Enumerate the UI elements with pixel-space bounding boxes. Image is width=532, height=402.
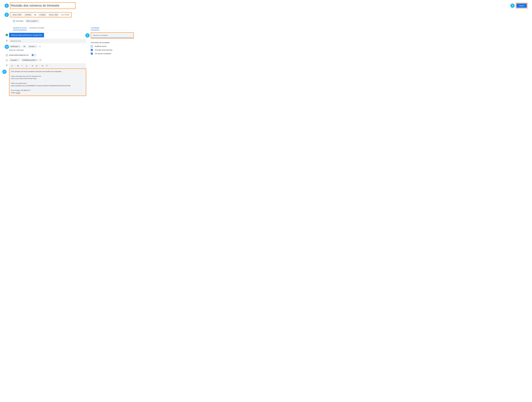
calendar-icon — [6, 54, 8, 56]
callout-badge-5: 5 — [85, 33, 90, 38]
visibility-dropdown[interactable]: Visibilidade padrão — [21, 58, 38, 62]
tab-find-time[interactable]: Encontrar um horário — [29, 27, 44, 30]
bold-button[interactable]: B — [16, 64, 20, 68]
event-title-input[interactable] — [11, 3, 75, 8]
attachment-button[interactable] — [10, 64, 14, 68]
chevron-down-icon — [37, 21, 38, 21]
end-time-picker[interactable]: 11:00am — [38, 13, 47, 17]
start-time-picker[interactable]: 10:00am — [24, 13, 32, 17]
numbered-list-icon: 123 — [31, 65, 33, 67]
to-label: até — [33, 13, 37, 17]
numbered-list-button[interactable]: 123 — [30, 64, 34, 68]
guest-permissions-heading: Permissões de convidados — [91, 42, 134, 44]
clear-format-button[interactable] — [45, 64, 49, 68]
save-button[interactable]: Salvar — [516, 4, 527, 8]
description-lines-icon — [6, 64, 8, 66]
allday-checkbox[interactable] — [13, 20, 15, 22]
callout-badge-6: 6 — [510, 4, 515, 8]
notification-value-input[interactable]: 30 — [22, 45, 27, 48]
underline-button[interactable]: U — [25, 64, 28, 68]
help-icon[interactable]: ? — [39, 59, 41, 61]
tab-guests[interactable]: Convidados — [91, 27, 99, 30]
italic-button[interactable]: I — [20, 64, 24, 68]
callout-badge-2: 2 — [5, 13, 9, 17]
allday-label: Dia inteiro — [16, 20, 23, 22]
perm-invite-label: Convidar outras pessoas — [95, 49, 112, 51]
callout-badge-1: 1 — [5, 4, 9, 8]
svg-rect-1 — [6, 55, 8, 56]
perm-invite-checkbox[interactable] — [91, 49, 93, 51]
perm-modify-label: Modificar evento — [95, 45, 107, 47]
tab-event-details[interactable]: Detalhes do evento — [13, 27, 27, 30]
calendar-owner-label: gcfaprendelivre@gmail.com — [9, 54, 29, 56]
svg-text:3: 3 — [32, 66, 32, 67]
perm-modify-checkbox[interactable] — [91, 45, 93, 47]
add-notification-button[interactable]: Adicionar notificação — [9, 48, 86, 52]
recurrence-dropdown[interactable]: Não se repete — [25, 19, 39, 23]
clear-formatting-icon — [46, 65, 48, 67]
description-toolbar: B I U 123 — [9, 63, 86, 68]
availability-dropdown[interactable]: Ocupado — [9, 58, 20, 62]
video-meet-icon — [6, 34, 8, 36]
link-icon — [41, 65, 44, 67]
callout-badge-3: 3 — [5, 45, 9, 49]
perm-see-list-checkbox[interactable] — [91, 52, 93, 55]
add-guests-input[interactable] — [91, 33, 133, 38]
perm-see-list-label: Ver lista de convidados — [95, 53, 111, 54]
timezone-button[interactable]: Fuso horário — [60, 13, 70, 17]
add-video-conference-button[interactable]: Adicionar videoconferência do Google Mee… — [9, 33, 44, 37]
color-swatch-icon — [32, 54, 34, 56]
location-input[interactable] — [9, 39, 86, 43]
svg-rect-2 — [6, 60, 8, 61]
location-pin-icon — [6, 40, 8, 42]
bulleted-list-button[interactable] — [35, 64, 38, 68]
link-button[interactable] — [40, 64, 44, 68]
svg-point-6 — [36, 65, 36, 65]
notification-unit-dropdown[interactable]: minutos — [28, 45, 38, 48]
remove-notification-button[interactable] — [38, 45, 42, 47]
close-icon — [39, 45, 41, 47]
paperclip-icon — [11, 65, 13, 67]
callout-badge-4: 4 — [2, 70, 6, 74]
end-date-picker[interactable]: 20 jun. 2020 — [48, 13, 59, 17]
svg-point-8 — [36, 66, 36, 66]
bullet-list-icon — [36, 65, 38, 67]
start-date-picker[interactable]: 20 jun. 2020 — [11, 13, 23, 17]
notification-type-dropdown[interactable]: Notificação — [9, 45, 21, 48]
calendar-color-dropdown[interactable] — [30, 53, 37, 57]
description-textarea[interactable]: GFC Aprende Livre está convidando você p… — [9, 69, 86, 96]
svg-point-7 — [36, 66, 36, 66]
briefcase-icon — [6, 59, 8, 61]
